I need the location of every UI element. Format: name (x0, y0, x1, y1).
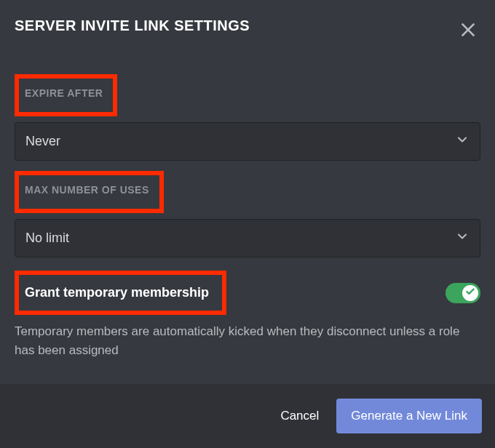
expire-label-highlight: EXPIRE AFTER (15, 74, 117, 116)
check-icon (465, 287, 475, 300)
expire-after-dropdown[interactable]: Never (15, 122, 480, 161)
invite-settings-modal: SERVER INVITE LINK SETTINGS EXPIRE AFTER… (0, 0, 495, 448)
temp-membership-row: Grant temporary membership (15, 271, 480, 315)
max-uses-dropdown[interactable]: No limit (15, 219, 480, 257)
modal-footer: Cancel Generate a New Link (0, 384, 495, 448)
expire-after-value: Never (25, 134, 60, 149)
generate-link-button[interactable]: Generate a New Link (336, 399, 482, 433)
temp-membership-toggle[interactable] (446, 283, 480, 303)
modal-title: SERVER INVITE LINK SETTINGS (15, 17, 250, 34)
maxuses-label-highlight: MAX NUMBER OF USES (15, 171, 164, 213)
chevron-down-icon (455, 132, 470, 151)
modal-content: EXPIRE AFTER Never MAX NUMBER OF USES No… (0, 45, 495, 384)
temp-membership-highlight: Grant temporary membership (15, 271, 226, 315)
chevron-down-icon (455, 229, 470, 247)
temp-membership-label: Grant temporary membership (25, 285, 209, 300)
max-uses-label: MAX NUMBER OF USES (25, 184, 149, 196)
close-icon[interactable] (456, 17, 480, 45)
max-uses-value: No limit (25, 231, 69, 246)
temp-membership-description: Temporary members are automatically kick… (15, 322, 480, 359)
cancel-button[interactable]: Cancel (280, 409, 319, 423)
modal-header: SERVER INVITE LINK SETTINGS (0, 0, 495, 45)
expire-after-label: EXPIRE AFTER (25, 87, 103, 99)
toggle-knob (462, 285, 478, 301)
